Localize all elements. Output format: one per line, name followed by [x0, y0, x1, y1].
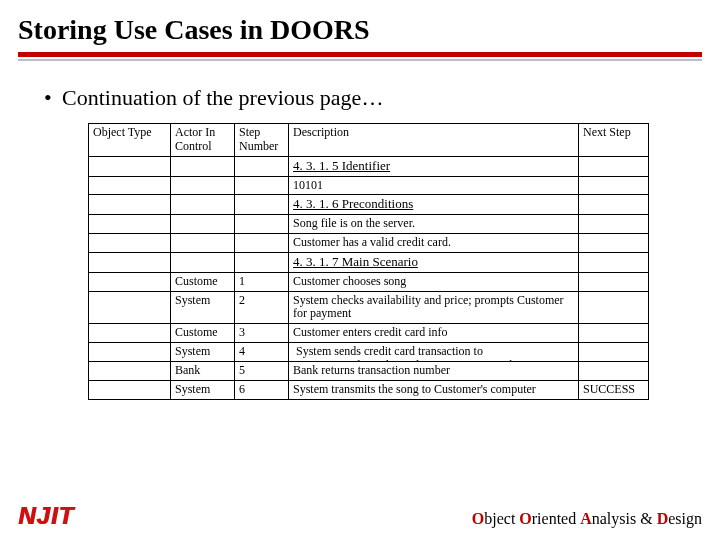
cell-object-type — [89, 195, 171, 215]
cell-next — [579, 252, 649, 272]
col-next-step: Next Step — [579, 124, 649, 157]
cell-next — [579, 291, 649, 324]
cell-actor: System — [171, 342, 235, 361]
cell-actor: Custome — [171, 272, 235, 291]
table-row: Customer has a valid credit card. — [89, 234, 649, 253]
table-row: System 6 System transmits the song to Cu… — [89, 380, 649, 399]
cell-desc: Customer enters credit card info — [289, 324, 579, 343]
cell-step — [235, 252, 289, 272]
cell-next — [579, 342, 649, 361]
njit-logo: NJIT — [18, 502, 74, 530]
cell-object-type — [89, 361, 171, 380]
cell-actor — [171, 195, 235, 215]
cell-step — [235, 234, 289, 253]
cell-step — [235, 176, 289, 195]
cell-actor — [171, 252, 235, 272]
table-row: 4. 3. 1. 7 Main Scenario — [89, 252, 649, 272]
cell-desc: Song file is on the server. — [289, 215, 579, 234]
footer-word3: nalysis & — [592, 510, 657, 527]
cell-object-type — [89, 272, 171, 291]
footer-word2: riented — [532, 510, 580, 527]
table-row: System 2 System checks availability and … — [89, 291, 649, 324]
col-actor: Actor In Control — [171, 124, 235, 157]
section-preconditions: 4. 3. 1. 6 Preconditions — [289, 195, 579, 215]
table-row: Custome 3 Customer enters credit card in… — [89, 324, 649, 343]
cell-actor: System — [171, 291, 235, 324]
cell-desc: Customer has a valid credit card. — [289, 234, 579, 253]
cell-desc: System transmits the song to Customer's … — [289, 380, 579, 399]
cell-object-type — [89, 380, 171, 399]
table-row: System 4 System sends credit card transa… — [89, 342, 649, 361]
cell-step: 2 — [235, 291, 289, 324]
footer-O2: O — [519, 510, 531, 527]
table-row: Song file is on the server. — [89, 215, 649, 234]
table-row: 4. 3. 1. 5 Identifier — [89, 156, 649, 176]
bullet-text: Continuation of the previous page… — [62, 85, 383, 110]
cell-object-type — [89, 324, 171, 343]
cell-object-type — [89, 176, 171, 195]
table-row: Custome 1 Customer chooses song — [89, 272, 649, 291]
footer-title: Object Oriented Analysis & Design — [472, 510, 702, 528]
table-header-row: Object Type Actor In Control Step Number… — [89, 124, 649, 157]
slide-title: Storing Use Cases in DOORS — [0, 0, 720, 52]
footer-D: D — [657, 510, 669, 527]
cell-next — [579, 215, 649, 234]
cell-actor — [171, 234, 235, 253]
col-object-type: Object Type — [89, 124, 171, 157]
cell-step — [235, 215, 289, 234]
cell-actor — [171, 176, 235, 195]
cell-next — [579, 272, 649, 291]
cell-actor: Bank — [171, 361, 235, 380]
cell-actor — [171, 156, 235, 176]
title-underline — [18, 52, 702, 61]
cell-actor — [171, 215, 235, 234]
cell-desc: 10101 — [289, 176, 579, 195]
cell-step — [235, 156, 289, 176]
cell-object-type — [89, 156, 171, 176]
cell-next — [579, 156, 649, 176]
cell-desc: System checks availability and price; pr… — [289, 291, 579, 324]
table-row: 10101 — [89, 176, 649, 195]
footer-A: A — [580, 510, 592, 527]
cell-step: 5 — [235, 361, 289, 380]
cell-actor: Custome — [171, 324, 235, 343]
cell-desc: System sends credit card transaction to … — [289, 342, 579, 361]
cell-desc: Bank returns transaction number — [289, 361, 579, 380]
table-wrap: Object Type Actor In Control Step Number… — [0, 123, 720, 400]
cell-object-type — [89, 252, 171, 272]
cell-next — [579, 324, 649, 343]
col-step-number: Step Number — [235, 124, 289, 157]
cell-step — [235, 195, 289, 215]
cell-step: 3 — [235, 324, 289, 343]
table-row: 4. 3. 1. 6 Preconditions — [89, 195, 649, 215]
footer-word4: esign — [668, 510, 702, 527]
cell-next — [579, 176, 649, 195]
col-description: Description — [289, 124, 579, 157]
footer-O1: O — [472, 510, 484, 527]
cell-step: 6 — [235, 380, 289, 399]
slide: Storing Use Cases in DOORS •Continuation… — [0, 0, 720, 540]
bullet-dot-icon: • — [44, 85, 62, 111]
cell-object-type — [89, 215, 171, 234]
cell-object-type — [89, 234, 171, 253]
section-identifier: 4. 3. 1. 5 Identifier — [289, 156, 579, 176]
bullet-line: •Continuation of the previous page… — [0, 61, 720, 123]
cell-object-type — [89, 342, 171, 361]
cell-object-type — [89, 291, 171, 324]
cell-next: SUCCESS — [579, 380, 649, 399]
cell-next — [579, 361, 649, 380]
section-main-scenario: 4. 3. 1. 7 Main Scenario — [289, 252, 579, 272]
cell-step: 1 — [235, 272, 289, 291]
usecase-table: Object Type Actor In Control Step Number… — [88, 123, 649, 400]
footer-word1: bject — [484, 510, 519, 527]
title-bar-red — [18, 52, 702, 57]
cell-next — [579, 195, 649, 215]
cell-desc: Customer chooses song — [289, 272, 579, 291]
cell-next — [579, 234, 649, 253]
cell-step: 4 — [235, 342, 289, 361]
table-row: Bank 5 Bank returns transaction number — [89, 361, 649, 380]
cell-actor: System — [171, 380, 235, 399]
